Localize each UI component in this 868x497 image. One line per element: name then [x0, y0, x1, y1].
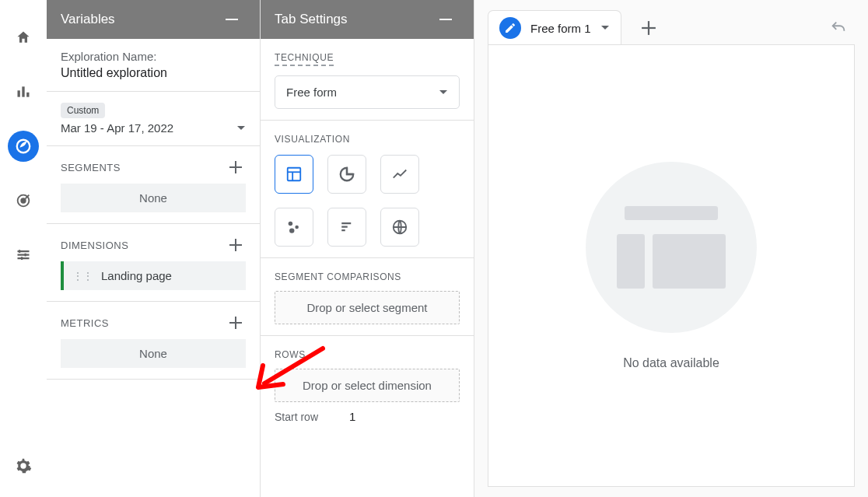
svg-rect-10	[24, 254, 26, 257]
minimize-icon[interactable]	[226, 19, 238, 20]
no-data-text: No data available	[623, 356, 719, 370]
svg-rect-18	[288, 168, 301, 181]
metrics-label: METRICS	[61, 317, 109, 329]
date-range-value: Mar 19 - Apr 17, 2022	[61, 121, 173, 135]
canvas-tab-bar: Free form 1	[488, 11, 854, 45]
svg-point-5	[21, 198, 26, 203]
svg-rect-1	[22, 86, 24, 96]
canvas-tab-label: Free form 1	[530, 22, 591, 35]
canvas-body: No data available	[488, 45, 854, 486]
svg-rect-25	[341, 226, 348, 228]
technique-selected-value: Free form	[286, 86, 337, 99]
chevron-down-icon	[439, 89, 448, 96]
viz-donut-button[interactable]	[327, 155, 366, 194]
chevron-down-icon[interactable]	[236, 125, 246, 131]
technique-section: TECHNIQUE Free form	[261, 39, 474, 121]
svg-rect-13	[229, 166, 242, 168]
metrics-none-chip: None	[61, 339, 246, 368]
chevron-down-icon[interactable]	[600, 25, 610, 31]
rows-dropzone[interactable]: Drop or select dimension	[275, 369, 460, 402]
date-range-section[interactable]: Custom Mar 19 - Apr 17, 2022	[47, 92, 260, 146]
nav-rail	[0, 0, 47, 497]
viz-scatter-button[interactable]	[275, 208, 313, 247]
exploration-name-label: Exploration Name:	[61, 50, 246, 63]
explore-icon[interactable]	[8, 131, 39, 162]
svg-rect-7	[17, 254, 29, 256]
svg-point-22	[295, 226, 299, 229]
segment-comparisons-section: SEGMENT COMPARISONS Drop or select segme…	[261, 258, 474, 336]
technique-select[interactable]: Free form	[275, 75, 460, 109]
dimensions-label: DIMENSIONS	[61, 240, 128, 251]
reports-icon[interactable]	[8, 76, 39, 107]
canvas-area: Free form 1 No data available	[474, 0, 868, 497]
advertising-icon[interactable]	[8, 185, 39, 216]
segment-comparisons-label: SEGMENT COMPARISONS	[275, 271, 401, 282]
viz-line-button[interactable]	[380, 155, 419, 194]
svg-rect-15	[229, 244, 242, 246]
undo-button[interactable]	[824, 14, 852, 42]
svg-rect-0	[17, 90, 19, 96]
panel-title: Variables	[61, 12, 115, 27]
minimize-icon[interactable]	[439, 19, 452, 20]
svg-point-21	[289, 222, 293, 226]
home-icon[interactable]	[8, 22, 39, 53]
segments-label: SEGMENTS	[61, 162, 121, 173]
empty-state-icon	[586, 162, 757, 333]
svg-point-23	[289, 228, 294, 233]
viz-geo-button[interactable]	[380, 208, 419, 247]
viz-bar-button[interactable]	[327, 208, 366, 247]
svg-rect-29	[642, 27, 656, 29]
metrics-section: METRICS None	[47, 302, 260, 380]
exploration-name-section: Exploration Name: Untitled exploration	[47, 39, 260, 92]
segment-dropzone[interactable]: Drop or select segment	[275, 291, 460, 324]
variables-panel: Variables Exploration Name: Untitled exp…	[47, 0, 261, 497]
dimension-chip-label: Landing page	[101, 269, 172, 282]
svg-rect-8	[17, 257, 29, 259]
viz-table-button[interactable]	[275, 155, 313, 194]
dimensions-section: DIMENSIONS ⋮⋮ Landing page	[47, 224, 260, 302]
technique-label: TECHNIQUE	[275, 52, 334, 66]
panel-title: Tab Settings	[275, 12, 348, 27]
exploration-name-input[interactable]: Untitled exploration	[61, 66, 246, 80]
svg-rect-9	[19, 250, 20, 253]
add-segment-button[interactable]	[226, 157, 246, 177]
add-metric-button[interactable]	[226, 313, 246, 333]
rows-section: ROWS Drop or select dimension Start row …	[261, 336, 474, 434]
rows-label: ROWS	[275, 349, 306, 360]
pencil-icon	[499, 17, 521, 39]
drag-handle-icon[interactable]: ⋮⋮	[73, 274, 93, 278]
segments-section: SEGMENTS None	[47, 146, 260, 224]
visualization-label: VISUALIZATION	[275, 134, 350, 145]
svg-rect-17	[229, 322, 242, 324]
segments-none-chip: None	[61, 184, 246, 212]
admin-gear-icon[interactable]	[8, 450, 39, 481]
tab-settings-header: Tab Settings	[261, 0, 474, 39]
add-dimension-button[interactable]	[226, 235, 246, 255]
svg-rect-11	[21, 257, 23, 260]
variables-header: Variables	[47, 0, 260, 39]
add-tab-button[interactable]	[633, 12, 664, 44]
configure-icon[interactable]	[8, 240, 39, 271]
visualization-section: VISUALIZATION	[261, 121, 474, 258]
date-range-chip: Custom	[61, 103, 105, 118]
svg-rect-24	[341, 222, 351, 224]
svg-rect-2	[26, 93, 29, 97]
start-row-label: Start row	[275, 411, 318, 423]
dimension-chip[interactable]: ⋮⋮ Landing page	[61, 261, 246, 290]
tab-settings-panel: Tab Settings TECHNIQUE Free form VISUALI…	[261, 0, 474, 497]
canvas-tab[interactable]: Free form 1	[488, 11, 621, 45]
svg-rect-26	[341, 229, 345, 231]
start-row-value[interactable]: 1	[349, 410, 355, 423]
